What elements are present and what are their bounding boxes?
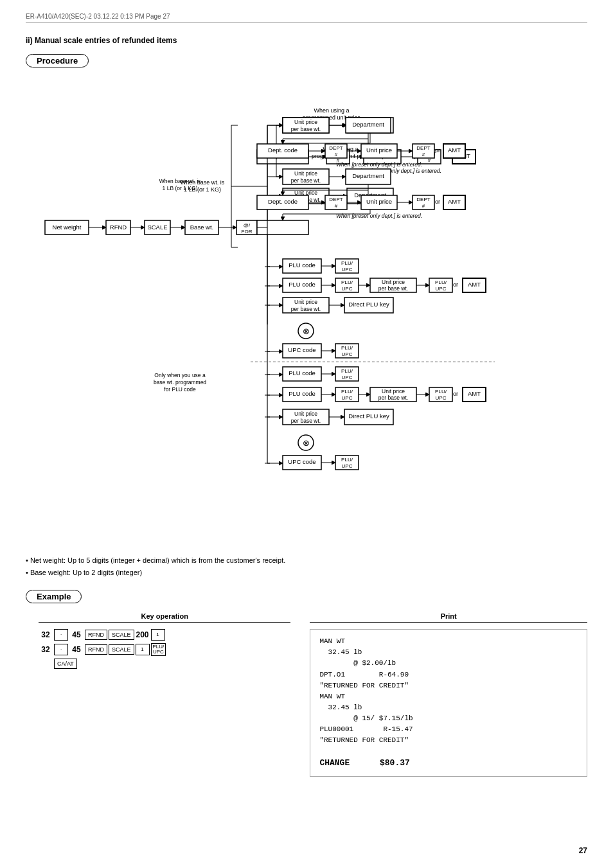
key-dot-b: · (54, 644, 68, 655)
key-seq-row-1: 32 · 45 RFND SCALE 200 1 (39, 629, 290, 641)
svg-text:#: # (422, 152, 425, 157)
svg-text:When [preset only dept.] is en: When [preset only dept.] is entered. (336, 213, 422, 219)
svg-rect-175 (361, 144, 397, 158)
svg-text:Unit price: Unit price (294, 411, 317, 417)
svg-text:PLU/: PLU/ (341, 457, 353, 463)
svg-text:Unit price: Unit price (382, 279, 405, 285)
svg-text:programmed unit price: programmed unit price (303, 114, 360, 121)
svg-rect-7 (145, 220, 170, 235)
svg-text:DEPT: DEPT (331, 151, 344, 157)
svg-text:Unit price: Unit price (366, 146, 392, 154)
svg-rect-24 (283, 118, 329, 133)
svg-text:Dept. code: Dept. code (268, 198, 298, 205)
key-dot: · (54, 629, 68, 641)
svg-rect-178 (413, 144, 434, 158)
svg-text:UPC: UPC (436, 395, 447, 401)
svg-text:or: or (453, 391, 458, 397)
svg-text:#: # (422, 203, 425, 209)
svg-text:PLU code: PLU code (289, 369, 315, 376)
svg-point-93 (298, 323, 314, 339)
key-1b: 1 (136, 644, 150, 655)
section-title: ii) Manual scale entries of refunded ite… (26, 36, 587, 45)
svg-text:AMT: AMT (448, 146, 461, 154)
svg-text:base wt. programmed: base wt. programmed (154, 379, 206, 385)
svg-text:Unit price: Unit price (382, 388, 405, 394)
svg-text:PLU code: PLU code (289, 261, 315, 269)
key-32: 32 (39, 630, 53, 640)
key-seq-row-2: 32 · 45 RFND SCALE 1 PLU/UPC (39, 643, 290, 656)
key-op-section: Key operation 32 · 45 RFND SCALE 200 1 3… (39, 612, 290, 777)
svg-text:Dept. code: Dept. code (268, 152, 298, 159)
svg-text:Department: Department (352, 172, 384, 179)
svg-rect-125 (463, 387, 486, 402)
svg-rect-69 (283, 278, 321, 292)
svg-rect-206 (325, 195, 347, 209)
svg-text:UPC: UPC (342, 351, 353, 357)
svg-text:or: or (453, 281, 458, 288)
svg-text:PLU/: PLU/ (341, 260, 353, 266)
receipt-line-5: "RETURNED FOR CREDIT" (319, 680, 578, 691)
svg-text:1 LB (or 1 KG): 1 LB (or 1 KG) (163, 185, 198, 191)
note-line-2: • Base weight: Up to 2 digits (integer) (26, 567, 587, 579)
header-text: ER-A410/A420(SEC)-2 03.12.22 0:13 PM Pag… (26, 13, 170, 20)
svg-rect-51 (283, 188, 329, 204)
notes-section: • Net weight: Up to 5 digits (integer + … (26, 554, 587, 578)
svg-text:per base wt.: per base wt. (291, 306, 321, 312)
svg-text:UPC: UPC (342, 267, 353, 272)
svg-rect-87 (283, 297, 329, 313)
svg-text:Direct PLU key: Direct PLU key (348, 301, 389, 308)
svg-rect-194 (283, 169, 329, 184)
svg-text:DEPT: DEPT (416, 197, 430, 202)
svg-text:Department: Department (354, 121, 386, 128)
svg-rect-113 (335, 387, 359, 402)
svg-text:per base wt.: per base wt. (291, 177, 321, 184)
svg-text:When [preset only dept.] is en: When [preset only dept.] is entered. (355, 168, 441, 174)
svg-text:per base wt.: per base wt. (291, 126, 321, 132)
svg-rect-43 (418, 150, 441, 164)
svg-rect-91 (344, 297, 393, 313)
svg-text:per base wt.: per base wt. (378, 285, 408, 292)
svg-text:DEPT: DEPT (329, 145, 342, 151)
receipt-line-empty (319, 746, 578, 757)
key-caat: CA/AT (54, 659, 77, 669)
svg-rect-213 (413, 195, 434, 209)
svg-rect-110 (283, 387, 321, 402)
example-badge: Example (26, 590, 82, 603)
receipt-line-2: 32.45 lb (319, 647, 578, 658)
svg-text:RFND: RFND (110, 224, 127, 231)
svg-text:UPC: UPC (342, 286, 353, 292)
svg-text:UPC: UPC (436, 286, 447, 292)
print-section: Print MAN WT 32.45 lb @ $2.00/lb DPT.O1 … (310, 612, 587, 777)
svg-text:SCALE: SCALE (147, 224, 167, 231)
svg-text:#: # (337, 157, 340, 163)
svg-rect-203 (257, 195, 308, 209)
svg-text:UPC: UPC (342, 463, 353, 469)
svg-rect-103 (283, 367, 321, 381)
svg-text:1 LB (or 1 KG): 1 LB (or 1 KG) (184, 186, 221, 193)
svg-rect-65 (335, 259, 359, 273)
svg-rect-72 (335, 278, 359, 292)
receipt-line-3: @ $2.00/lb (319, 658, 578, 669)
svg-text:PLU code: PLU code (289, 281, 315, 288)
key-1: 1 (151, 629, 165, 641)
key-scale: SCALE (109, 630, 134, 640)
svg-rect-140 (335, 456, 359, 470)
svg-text:Unit price: Unit price (294, 299, 317, 305)
svg-text:PLU/: PLU/ (341, 389, 353, 394)
receipt-change-line: CHANGE $80.37 (319, 757, 578, 770)
svg-text:Unit price: Unit price (294, 119, 317, 125)
svg-rect-1 (45, 220, 89, 235)
receipt-line-6: MAN WT (319, 691, 578, 702)
svg-text:AMT: AMT (458, 152, 470, 159)
svg-text:PLU/: PLU/ (435, 389, 447, 394)
svg-text:Unit price: Unit price (294, 170, 317, 177)
svg-rect-106 (335, 367, 359, 381)
key-32b: 32 (39, 644, 53, 655)
svg-text:PLU/: PLU/ (435, 279, 447, 285)
svg-text:DEPT: DEPT (329, 197, 342, 202)
svg-rect-4 (106, 220, 130, 235)
receipt-line-9: PLU00001 R-15.47 (319, 724, 578, 735)
svg-text:AMT: AMT (448, 198, 461, 205)
svg-rect-117 (370, 387, 416, 402)
svg-rect-40 (364, 150, 401, 164)
